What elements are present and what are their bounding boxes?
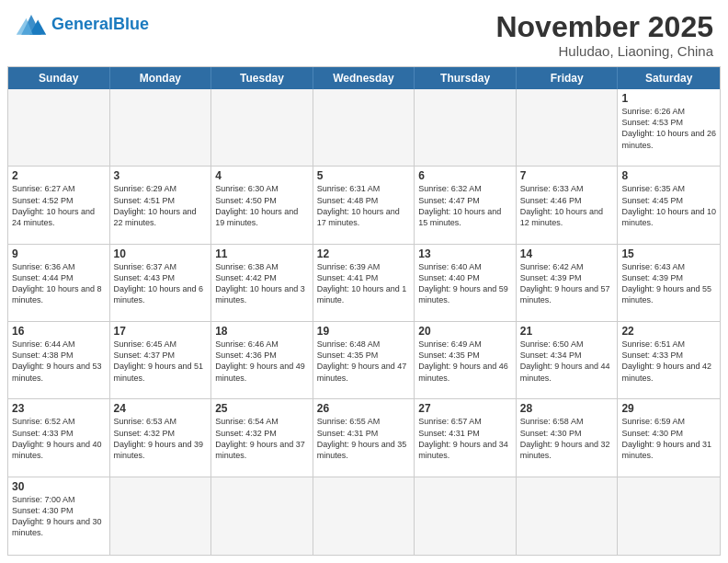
empty-cell [8,89,110,167]
logo-icon [15,11,48,37]
calendar-grid: 1Sunrise: 6:26 AMSunset: 4:53 PMDaylight… [8,89,720,555]
day-cell-10: 10Sunrise: 6:37 AMSunset: 4:43 PMDayligh… [110,245,212,322]
header-friday: Friday [517,67,619,89]
header-tuesday: Tuesday [211,67,313,89]
empty-cell [517,477,619,555]
header-wednesday: Wednesday [313,67,415,89]
day-number: 20 [418,325,512,338]
cell-info: Sunrise: 6:36 AMSunset: 4:44 PMDaylight:… [12,261,106,306]
empty-cell [618,477,720,555]
day-number: 1 [621,92,716,105]
day-number: 24 [114,402,208,415]
day-number: 8 [621,169,716,182]
day-number: 15 [621,247,716,260]
cell-info: Sunrise: 6:49 AMSunset: 4:35 PMDaylight:… [418,339,512,384]
day-number: 11 [215,247,309,260]
day-cell-4: 4Sunrise: 6:30 AMSunset: 4:50 PMDaylight… [211,167,313,244]
cell-info: Sunrise: 6:43 AMSunset: 4:39 PMDaylight:… [621,261,716,306]
day-cell-30: 30Sunrise: 7:00 AMSunset: 4:30 PMDayligh… [8,477,110,555]
day-cell-22: 22Sunrise: 6:51 AMSunset: 4:33 PMDayligh… [618,322,720,399]
day-cell-25: 25Sunrise: 6:54 AMSunset: 4:32 PMDayligh… [211,399,313,477]
empty-cell [517,89,619,167]
cell-info: Sunrise: 6:32 AMSunset: 4:47 PMDaylight:… [418,183,512,228]
day-number: 30 [12,480,106,493]
cell-info: Sunrise: 6:46 AMSunset: 4:36 PMDaylight:… [215,339,309,384]
day-cell-26: 26Sunrise: 6:55 AMSunset: 4:31 PMDayligh… [313,399,415,477]
day-cell-11: 11Sunrise: 6:38 AMSunset: 4:42 PMDayligh… [211,245,313,322]
cell-info: Sunrise: 6:44 AMSunset: 4:38 PMDaylight:… [12,339,106,384]
day-cell-17: 17Sunrise: 6:45 AMSunset: 4:37 PMDayligh… [110,322,212,399]
cell-info: Sunrise: 6:53 AMSunset: 4:32 PMDaylight:… [114,416,208,461]
cell-info: Sunrise: 6:59 AMSunset: 4:30 PMDaylight:… [621,416,716,461]
day-number: 21 [520,325,614,338]
day-number: 9 [12,247,106,260]
day-number: 26 [317,402,411,415]
day-number: 13 [418,247,512,260]
cell-info: Sunrise: 6:51 AMSunset: 4:33 PMDaylight:… [621,339,716,384]
day-cell-18: 18Sunrise: 6:46 AMSunset: 4:36 PMDayligh… [211,322,313,399]
day-number: 2 [12,169,106,182]
day-number: 3 [114,169,208,182]
day-cell-29: 29Sunrise: 6:59 AMSunset: 4:30 PMDayligh… [618,399,720,477]
month-title: November 2025 [495,11,713,43]
day-number: 28 [520,402,614,415]
empty-cell [313,89,415,167]
day-cell-14: 14Sunrise: 6:42 AMSunset: 4:39 PMDayligh… [517,245,619,322]
day-number: 29 [621,402,716,415]
cell-info: Sunrise: 6:55 AMSunset: 4:31 PMDaylight:… [317,416,411,461]
day-cell-15: 15Sunrise: 6:43 AMSunset: 4:39 PMDayligh… [618,245,720,322]
day-cell-20: 20Sunrise: 6:49 AMSunset: 4:35 PMDayligh… [415,322,517,399]
cell-info: Sunrise: 6:52 AMSunset: 4:33 PMDaylight:… [12,416,106,461]
cell-info: Sunrise: 6:38 AMSunset: 4:42 PMDaylight:… [215,261,309,306]
cell-info: Sunrise: 6:54 AMSunset: 4:32 PMDaylight:… [215,416,309,461]
day-number: 19 [317,325,411,338]
day-number: 16 [12,325,106,338]
day-number: 4 [215,169,309,182]
title-block: November 2025 Huludao, Liaoning, China [495,11,713,59]
day-number: 23 [12,402,106,415]
day-number: 14 [520,247,614,260]
day-cell-1: 1Sunrise: 6:26 AMSunset: 4:53 PMDaylight… [618,89,720,167]
cell-info: Sunrise: 6:30 AMSunset: 4:50 PMDaylight:… [215,183,309,228]
location-title: Huludao, Liaoning, China [495,43,713,59]
cell-info: Sunrise: 7:00 AMSunset: 4:30 PMDaylight:… [12,494,106,539]
day-number: 18 [215,325,309,338]
day-number: 27 [418,402,512,415]
day-cell-24: 24Sunrise: 6:53 AMSunset: 4:32 PMDayligh… [110,399,212,477]
day-cell-9: 9Sunrise: 6:36 AMSunset: 4:44 PMDaylight… [8,245,110,322]
cell-info: Sunrise: 6:29 AMSunset: 4:51 PMDaylight:… [114,183,208,228]
day-number: 6 [418,169,512,182]
header-thursday: Thursday [415,67,517,89]
day-number: 7 [520,169,614,182]
day-number: 5 [317,169,411,182]
cell-info: Sunrise: 6:45 AMSunset: 4:37 PMDaylight:… [114,339,208,384]
cell-info: Sunrise: 6:42 AMSunset: 4:39 PMDaylight:… [520,261,614,306]
day-headers: Sunday Monday Tuesday Wednesday Thursday… [8,67,720,89]
header-saturday: Saturday [618,67,720,89]
empty-cell [313,477,415,555]
day-cell-6: 6Sunrise: 6:32 AMSunset: 4:47 PMDaylight… [415,167,517,244]
cell-info: Sunrise: 6:50 AMSunset: 4:34 PMDaylight:… [520,339,614,384]
day-cell-8: 8Sunrise: 6:35 AMSunset: 4:45 PMDaylight… [618,167,720,244]
day-number: 12 [317,247,411,260]
cell-info: Sunrise: 6:26 AMSunset: 4:53 PMDaylight:… [621,106,716,151]
day-number: 17 [114,325,208,338]
cell-info: Sunrise: 6:40 AMSunset: 4:40 PMDaylight:… [418,261,512,306]
day-cell-27: 27Sunrise: 6:57 AMSunset: 4:31 PMDayligh… [415,399,517,477]
empty-cell [211,89,313,167]
header-sunday: Sunday [8,67,110,89]
cell-info: Sunrise: 6:27 AMSunset: 4:52 PMDaylight:… [12,183,106,228]
header: GeneralBlue November 2025 Huludao, Liaon… [0,0,728,66]
cell-info: Sunrise: 6:37 AMSunset: 4:43 PMDaylight:… [114,261,208,306]
day-cell-7: 7Sunrise: 6:33 AMSunset: 4:46 PMDaylight… [517,167,619,244]
cell-info: Sunrise: 6:39 AMSunset: 4:41 PMDaylight:… [317,261,411,306]
day-cell-2: 2Sunrise: 6:27 AMSunset: 4:52 PMDaylight… [8,167,110,244]
logo-general: General [51,15,113,33]
day-cell-23: 23Sunrise: 6:52 AMSunset: 4:33 PMDayligh… [8,399,110,477]
calendar: Sunday Monday Tuesday Wednesday Thursday… [7,66,721,556]
cell-info: Sunrise: 6:58 AMSunset: 4:30 PMDaylight:… [520,416,614,461]
header-monday: Monday [110,67,212,89]
empty-cell [110,89,212,167]
empty-cell [110,477,212,555]
day-cell-12: 12Sunrise: 6:39 AMSunset: 4:41 PMDayligh… [313,245,415,322]
